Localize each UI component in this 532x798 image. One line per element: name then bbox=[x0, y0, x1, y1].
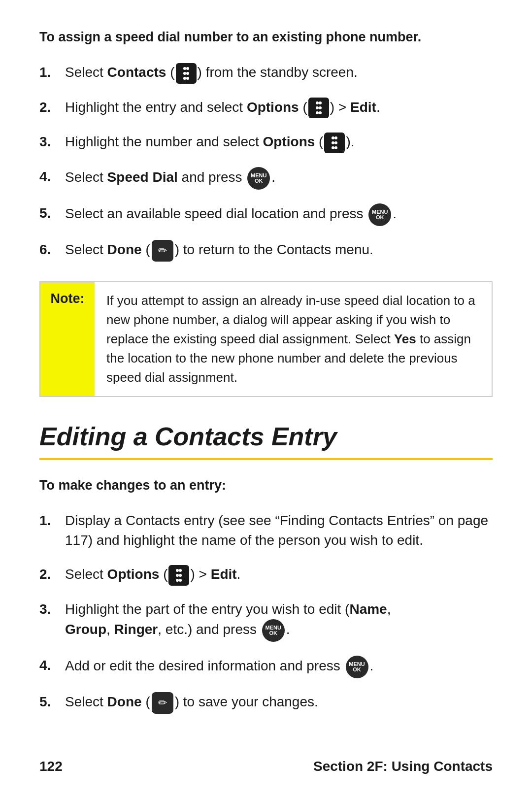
step-1-num: 1. bbox=[39, 63, 65, 83]
step-6: 6. Select Done (✏) to return to the Cont… bbox=[39, 240, 493, 262]
footer-section-label: Section 2F: Using Contacts bbox=[313, 759, 493, 774]
menu-ok-icon-e3: MENUOK bbox=[262, 619, 285, 642]
options-icon-2 bbox=[308, 98, 329, 118]
step-6-num: 6. bbox=[39, 240, 65, 260]
name-bold: Name bbox=[349, 601, 387, 617]
edit-step-2-content: Select Options () > Edit. bbox=[65, 565, 493, 586]
menu-ok-icon-4: MENUOK bbox=[247, 167, 270, 190]
edit-step-2: 2. Select Options () > Edit. bbox=[39, 565, 493, 586]
contacts-bold: Contacts bbox=[107, 65, 166, 80]
options-bold-2: Options bbox=[247, 100, 299, 115]
step-5: 5. Select an available speed dial locati… bbox=[39, 203, 493, 226]
edit-step-3-content: Highlight the part of the entry you wish… bbox=[65, 599, 493, 642]
edit-bold-2: Edit bbox=[350, 100, 376, 115]
edit-step-5-content: Select Done (✏) to save your changes. bbox=[65, 692, 493, 714]
step-4-content: Select Speed Dial and press MENUOK. bbox=[65, 167, 493, 190]
edit-steps-list: 1. Display a Contacts entry (see see “Fi… bbox=[39, 511, 493, 714]
edit-step-5-num: 5. bbox=[39, 692, 65, 712]
edit-step-5: 5. Select Done (✏) to save your changes. bbox=[39, 692, 493, 714]
menu-ok-icon-e4: MENUOK bbox=[346, 656, 368, 678]
edit-step-4-num: 4. bbox=[39, 656, 65, 676]
ringer-bold: Ringer bbox=[114, 622, 158, 637]
edit-step-3: 3. Highlight the part of the entry you w… bbox=[39, 599, 493, 642]
step-5-num: 5. bbox=[39, 203, 65, 224]
done-icon-6: ✏ bbox=[152, 240, 173, 262]
done-icon-e5: ✏ bbox=[152, 692, 173, 714]
intro-bold-text: To assign a speed dial number to an exis… bbox=[39, 30, 493, 45]
options-bold-3: Options bbox=[263, 134, 315, 149]
edit-bold-e2: Edit bbox=[211, 566, 237, 582]
options-bold-e2: Options bbox=[107, 566, 160, 582]
speed-dial-bold: Speed Dial bbox=[107, 169, 178, 185]
step-3: 3. Highlight the number and select Optio… bbox=[39, 132, 493, 153]
edit-step-4-content: Add or edit the desired information and … bbox=[65, 656, 493, 678]
done-bold-6: Done bbox=[107, 242, 142, 257]
step-4: 4. Select Speed Dial and press MENUOK. bbox=[39, 167, 493, 190]
edit-step-2-num: 2. bbox=[39, 565, 65, 585]
done-bold-e5: Done bbox=[107, 695, 142, 710]
yes-bold: Yes bbox=[394, 332, 416, 346]
section-title: Editing a Contacts Entry bbox=[39, 422, 493, 460]
edit-step-1-num: 1. bbox=[39, 511, 65, 531]
edit-step-4: 4. Add or edit the desired information a… bbox=[39, 656, 493, 678]
step-2-content: Highlight the entry and select Options (… bbox=[65, 98, 493, 119]
edit-step-3-num: 3. bbox=[39, 599, 65, 620]
menu-ok-icon-5: MENUOK bbox=[368, 203, 391, 226]
note-box: Note: If you attempt to assign an alread… bbox=[39, 281, 493, 397]
options-icon-e2 bbox=[168, 565, 189, 586]
step-3-content: Highlight the number and select Options … bbox=[65, 132, 493, 153]
edit-step-1: 1. Display a Contacts entry (see see “Fi… bbox=[39, 511, 493, 551]
step-1: 1. Select Contacts () from the standby s… bbox=[39, 63, 493, 84]
footer-page-number: 122 bbox=[39, 759, 63, 774]
step-3-num: 3. bbox=[39, 132, 65, 152]
step-5-content: Select an available speed dial location … bbox=[65, 203, 493, 226]
note-label: Note: bbox=[40, 282, 95, 396]
page-footer: 122 Section 2F: Using Contacts bbox=[39, 759, 493, 774]
speed-dial-steps: 1. Select Contacts () from the standby s… bbox=[39, 63, 493, 262]
step-2-num: 2. bbox=[39, 98, 65, 118]
options-icon-3 bbox=[324, 133, 345, 153]
group-bold: Group bbox=[65, 622, 106, 637]
step-6-content: Select Done (✏) to return to the Contact… bbox=[65, 240, 493, 262]
edit-step-1-content: Display a Contacts entry (see see “Findi… bbox=[65, 511, 493, 551]
step-2: 2. Highlight the entry and select Option… bbox=[39, 98, 493, 119]
options-icon-1 bbox=[176, 63, 197, 84]
sub-intro-bold: To make changes to an entry: bbox=[39, 478, 493, 493]
note-content: If you attempt to assign an already in-u… bbox=[95, 282, 492, 396]
step-4-num: 4. bbox=[39, 167, 65, 187]
step-1-content: Select Contacts () from the standby scre… bbox=[65, 63, 493, 84]
